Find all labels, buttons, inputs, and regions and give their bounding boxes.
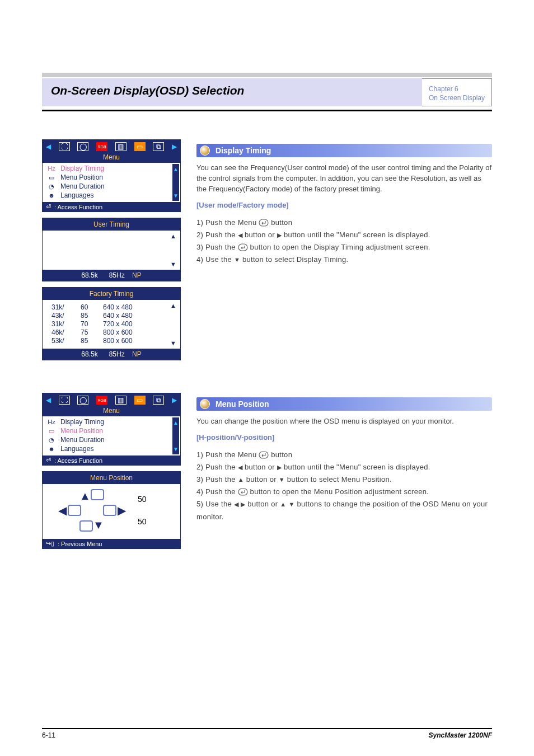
language-icon: ☻: [47, 445, 56, 452]
box-icon: [79, 520, 93, 532]
pol-value: NP: [132, 271, 142, 279]
timing-res: 800 x 600: [103, 328, 133, 336]
osd-item-menu-position[interactable]: ▭ Menu Position: [47, 426, 176, 435]
menu-position-dpad[interactable]: ▲ ◀ ▶ ▼: [58, 489, 125, 532]
osd-footer-prev: ↪▯ : Previous Menu: [43, 539, 180, 548]
timing-row: 31k/ 70 720 x 400: [47, 320, 176, 328]
timing-row: 46k/ 75 800 x 600: [47, 328, 176, 337]
freq-value: 68.5k: [81, 271, 97, 279]
bullet-icon: [200, 399, 210, 409]
osd-tab-source-icon[interactable]: ⧉: [153, 396, 164, 405]
timing-k: 46k/: [51, 328, 73, 336]
osd-tab-size-icon[interactable]: ◯: [77, 396, 88, 405]
menu-position-intro: You can change the position where the OS…: [196, 416, 492, 427]
osd-factory-timing-body: 31k/ 60 640 x 480 43k/ 85 640 x 480 31k/…: [43, 300, 180, 349]
exit-icon: ↪▯: [46, 540, 54, 547]
osd-item-languages[interactable]: ☻ Languages: [47, 191, 176, 200]
osd-item-label: Menu Position: [60, 427, 103, 435]
left-arrow-icon: ◀: [58, 504, 67, 517]
osd-menu-position-adjust: Menu Position ▲ ◀ ▶ ▼ 50: [42, 471, 181, 549]
section-header-display-timing: Display Timing: [196, 144, 492, 157]
position-icon: ▭: [47, 174, 56, 181]
menu-position-subtitle: [H-position/V-position]: [196, 433, 492, 443]
hz-icon: Hz: [47, 419, 56, 425]
right-col-menu-position: Menu Position You can change the positio…: [196, 393, 492, 523]
osd-menu-position-body: ▲ ◀ ▶ ▼ 50 50: [43, 484, 180, 539]
top-color-bar: [42, 73, 492, 77]
osd-factory-timing: Factory Timing 31k/ 60 640 x 480 43k/ 85…: [42, 287, 181, 360]
bullet-icon: [200, 145, 210, 156]
osd-menu-position-title: Menu Position: [43, 472, 180, 484]
osd-item-menu-position[interactable]: ▭ Menu Position: [47, 173, 176, 182]
pol-value: NP: [132, 350, 142, 358]
osd-footer-text: : Access Function: [54, 457, 102, 464]
display-timing-intro: You can see the Frequency(User control m…: [196, 163, 492, 195]
osd-item-menu-duration[interactable]: ◔ Menu Duration: [47, 182, 176, 191]
osd-item-menu-duration[interactable]: ◔ Menu Duration: [47, 435, 176, 444]
osd-nav-right-icon[interactable]: ▶: [172, 143, 177, 151]
timing-row: 43k/ 85 640 x 480: [47, 312, 176, 320]
svg-rect-3: [238, 489, 247, 495]
timing-res: 720 x 400: [103, 320, 133, 328]
osd-tab-screen-icon[interactable]: ▥: [115, 142, 127, 151]
timing-k: 31k/: [51, 303, 73, 311]
osd-menu-body: Hz Display Timing ▭ Menu Position ◔ Menu…: [43, 416, 180, 456]
osd-item-languages[interactable]: ☻ Languages: [47, 444, 176, 453]
osd-item-display-timing[interactable]: Hz Display Timing: [47, 164, 176, 173]
osd-factory-timing-title: Factory Timing: [43, 288, 180, 300]
osd-menu-title: Menu: [43, 407, 180, 416]
timing-hz: 85: [81, 312, 95, 320]
right-arrow-icon: ▶: [118, 504, 126, 517]
osd-tab-rgb-icon[interactable]: RGB: [96, 396, 107, 405]
osd-tab-screen-icon[interactable]: ▥: [115, 396, 127, 405]
down-arrow-icon: ▼: [170, 261, 178, 267]
section-header-text: Display Timing: [216, 146, 271, 155]
osd-item-label: Menu Duration: [60, 182, 105, 190]
osd-main-menu-position: ◀ ⛶ ◯ RGB ▥ ▭ ⧉ ▶ Menu Hz Display Timing: [42, 393, 181, 466]
osd-tab-rgb-icon[interactable]: RGB: [96, 142, 107, 151]
osd-item-label: Languages: [60, 445, 93, 453]
up-arrow-icon: ▲: [173, 420, 179, 426]
svg-rect-0: [259, 219, 268, 226]
left-col-display-timing: ◀ ⛶ ◯ RGB ▥ ▭ ⧉ ▶ Menu Hz Display Timing: [42, 139, 181, 366]
header-row: On-Screen Display(OSD) Selection Chapter…: [42, 78, 492, 106]
menu-position-steps: 1) Push the Menu button2) Push the ◀ but…: [196, 449, 492, 523]
osd-nav-left-icon[interactable]: ◀: [46, 143, 51, 151]
step-line: 3) Push the button to open the Display T…: [196, 241, 492, 253]
header-tab-line-2: On Screen Display: [429, 93, 485, 102]
osd-tab-source-icon[interactable]: ⧉: [153, 142, 164, 151]
timing-k: 31k/: [51, 320, 73, 328]
enter-icon: ⏎: [46, 203, 51, 210]
hz-icon: Hz: [47, 165, 56, 172]
osd-tab-size-icon[interactable]: ◯: [77, 142, 88, 151]
osd-footer-text: : Previous Menu: [58, 541, 102, 547]
timing-hz: 70: [81, 320, 95, 328]
page-number: 6-11: [42, 731, 55, 739]
freq-value: 68.5k: [81, 350, 97, 358]
osd-tab-menu-icon[interactable]: ▭: [134, 396, 146, 405]
step-line: 2) Push the ◀ button or ▶ button until t…: [196, 461, 492, 473]
osd-footer: ⏎ : Access Function: [43, 456, 180, 465]
clock-icon: ◔: [47, 183, 56, 190]
header-tab: Chapter 6 On Screen Display: [422, 78, 492, 106]
menu-position-h-value: 50: [138, 495, 147, 504]
osd-tab-position-icon[interactable]: ⛶: [59, 396, 70, 405]
position-icon: ▭: [47, 428, 56, 435]
osd-tab-menu-icon[interactable]: ▭: [134, 142, 146, 151]
up-arrow-icon: ▲: [173, 166, 179, 172]
step-line: 1) Push the Menu button: [196, 449, 492, 461]
down-arrow-icon: ▼: [170, 340, 178, 346]
header-tab-line-1: Chapter 6: [429, 84, 485, 93]
osd-nav-left-icon[interactable]: ◀: [46, 396, 51, 404]
osd-tab-position-icon[interactable]: ⛶: [59, 142, 70, 151]
osd-item-label: Languages: [60, 191, 93, 199]
osd-item-display-timing[interactable]: Hz Display Timing: [47, 417, 176, 426]
timing-res: 640 x 480: [103, 303, 133, 311]
timing-hz: 60: [81, 303, 95, 311]
osd-scroll-indicator: ▲ ▼: [172, 417, 179, 454]
timing-row: 53k/ 85 800 x 600: [47, 337, 176, 345]
timing-res: 800 x 600: [103, 337, 133, 345]
osd-scroll-indicator: ▲ ▼: [172, 164, 179, 201]
svg-rect-1: [238, 244, 247, 251]
osd-nav-right-icon[interactable]: ▶: [172, 396, 177, 404]
